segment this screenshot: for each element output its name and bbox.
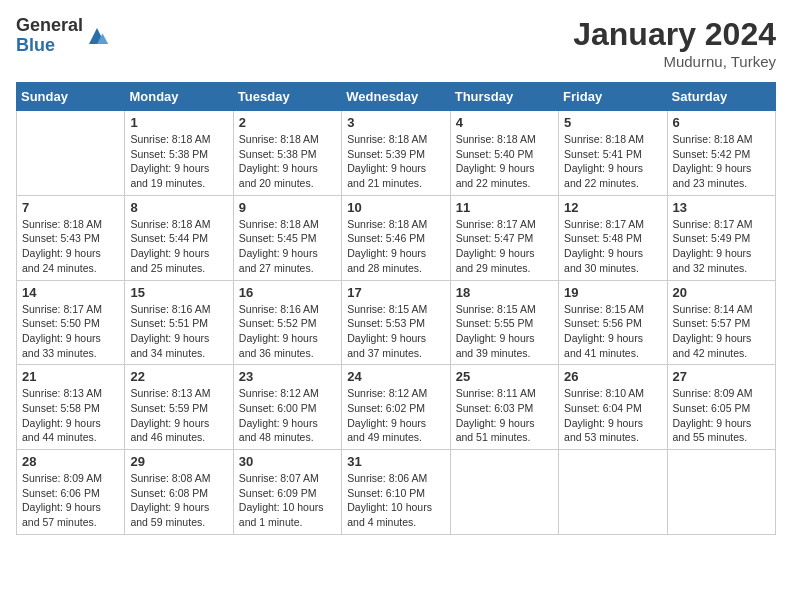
day-number: 18 <box>456 285 553 300</box>
day-number: 22 <box>130 369 227 384</box>
calendar-cell <box>667 450 775 535</box>
day-header-wednesday: Wednesday <box>342 83 450 111</box>
calendar-cell: 7Sunrise: 8:18 AM Sunset: 5:43 PM Daylig… <box>17 195 125 280</box>
calendar-cell: 6Sunrise: 8:18 AM Sunset: 5:42 PM Daylig… <box>667 111 775 196</box>
calendar-cell: 12Sunrise: 8:17 AM Sunset: 5:48 PM Dayli… <box>559 195 667 280</box>
week-row-0: 1Sunrise: 8:18 AM Sunset: 5:38 PM Daylig… <box>17 111 776 196</box>
logo-blue: Blue <box>16 36 83 56</box>
calendar-cell: 2Sunrise: 8:18 AM Sunset: 5:38 PM Daylig… <box>233 111 341 196</box>
day-number: 15 <box>130 285 227 300</box>
day-number: 26 <box>564 369 661 384</box>
calendar-cell: 5Sunrise: 8:18 AM Sunset: 5:41 PM Daylig… <box>559 111 667 196</box>
calendar-cell: 11Sunrise: 8:17 AM Sunset: 5:47 PM Dayli… <box>450 195 558 280</box>
day-number: 17 <box>347 285 444 300</box>
calendar-cell: 1Sunrise: 8:18 AM Sunset: 5:38 PM Daylig… <box>125 111 233 196</box>
logo: General Blue <box>16 16 109 56</box>
day-info: Sunrise: 8:13 AM Sunset: 5:59 PM Dayligh… <box>130 386 227 445</box>
day-header-saturday: Saturday <box>667 83 775 111</box>
day-number: 19 <box>564 285 661 300</box>
day-info: Sunrise: 8:18 AM Sunset: 5:38 PM Dayligh… <box>130 132 227 191</box>
calendar-cell: 19Sunrise: 8:15 AM Sunset: 5:56 PM Dayli… <box>559 280 667 365</box>
day-header-tuesday: Tuesday <box>233 83 341 111</box>
day-info: Sunrise: 8:12 AM Sunset: 6:00 PM Dayligh… <box>239 386 336 445</box>
calendar-cell <box>450 450 558 535</box>
day-info: Sunrise: 8:10 AM Sunset: 6:04 PM Dayligh… <box>564 386 661 445</box>
month-title: January 2024 <box>573 16 776 53</box>
day-number: 11 <box>456 200 553 215</box>
day-number: 20 <box>673 285 770 300</box>
day-info: Sunrise: 8:07 AM Sunset: 6:09 PM Dayligh… <box>239 471 336 530</box>
day-info: Sunrise: 8:15 AM Sunset: 5:55 PM Dayligh… <box>456 302 553 361</box>
day-header-friday: Friday <box>559 83 667 111</box>
day-number: 3 <box>347 115 444 130</box>
day-info: Sunrise: 8:17 AM Sunset: 5:48 PM Dayligh… <box>564 217 661 276</box>
day-info: Sunrise: 8:16 AM Sunset: 5:52 PM Dayligh… <box>239 302 336 361</box>
calendar-cell: 17Sunrise: 8:15 AM Sunset: 5:53 PM Dayli… <box>342 280 450 365</box>
day-info: Sunrise: 8:09 AM Sunset: 6:05 PM Dayligh… <box>673 386 770 445</box>
day-info: Sunrise: 8:08 AM Sunset: 6:08 PM Dayligh… <box>130 471 227 530</box>
calendar-cell: 23Sunrise: 8:12 AM Sunset: 6:00 PM Dayli… <box>233 365 341 450</box>
day-header-thursday: Thursday <box>450 83 558 111</box>
calendar-cell <box>17 111 125 196</box>
calendar-header-row: SundayMondayTuesdayWednesdayThursdayFrid… <box>17 83 776 111</box>
day-number: 6 <box>673 115 770 130</box>
calendar-cell: 31Sunrise: 8:06 AM Sunset: 6:10 PM Dayli… <box>342 450 450 535</box>
day-info: Sunrise: 8:18 AM Sunset: 5:43 PM Dayligh… <box>22 217 119 276</box>
day-info: Sunrise: 8:17 AM Sunset: 5:47 PM Dayligh… <box>456 217 553 276</box>
calendar-cell: 28Sunrise: 8:09 AM Sunset: 6:06 PM Dayli… <box>17 450 125 535</box>
week-row-1: 7Sunrise: 8:18 AM Sunset: 5:43 PM Daylig… <box>17 195 776 280</box>
calendar-cell: 15Sunrise: 8:16 AM Sunset: 5:51 PM Dayli… <box>125 280 233 365</box>
day-info: Sunrise: 8:11 AM Sunset: 6:03 PM Dayligh… <box>456 386 553 445</box>
page-header: General Blue January 2024 Mudurnu, Turke… <box>16 16 776 70</box>
logo-icon <box>85 24 109 48</box>
logo-text: General Blue <box>16 16 83 56</box>
day-header-sunday: Sunday <box>17 83 125 111</box>
day-info: Sunrise: 8:18 AM Sunset: 5:41 PM Dayligh… <box>564 132 661 191</box>
day-header-monday: Monday <box>125 83 233 111</box>
calendar-table: SundayMondayTuesdayWednesdayThursdayFrid… <box>16 82 776 535</box>
day-number: 10 <box>347 200 444 215</box>
day-number: 29 <box>130 454 227 469</box>
day-number: 2 <box>239 115 336 130</box>
day-number: 1 <box>130 115 227 130</box>
day-info: Sunrise: 8:18 AM Sunset: 5:46 PM Dayligh… <box>347 217 444 276</box>
day-info: Sunrise: 8:06 AM Sunset: 6:10 PM Dayligh… <box>347 471 444 530</box>
day-info: Sunrise: 8:15 AM Sunset: 5:53 PM Dayligh… <box>347 302 444 361</box>
day-info: Sunrise: 8:18 AM Sunset: 5:40 PM Dayligh… <box>456 132 553 191</box>
day-info: Sunrise: 8:18 AM Sunset: 5:39 PM Dayligh… <box>347 132 444 191</box>
day-info: Sunrise: 8:18 AM Sunset: 5:38 PM Dayligh… <box>239 132 336 191</box>
calendar-cell: 13Sunrise: 8:17 AM Sunset: 5:49 PM Dayli… <box>667 195 775 280</box>
day-info: Sunrise: 8:09 AM Sunset: 6:06 PM Dayligh… <box>22 471 119 530</box>
day-info: Sunrise: 8:14 AM Sunset: 5:57 PM Dayligh… <box>673 302 770 361</box>
day-info: Sunrise: 8:15 AM Sunset: 5:56 PM Dayligh… <box>564 302 661 361</box>
day-number: 23 <box>239 369 336 384</box>
day-number: 30 <box>239 454 336 469</box>
week-row-4: 28Sunrise: 8:09 AM Sunset: 6:06 PM Dayli… <box>17 450 776 535</box>
day-number: 28 <box>22 454 119 469</box>
day-number: 31 <box>347 454 444 469</box>
calendar-cell: 26Sunrise: 8:10 AM Sunset: 6:04 PM Dayli… <box>559 365 667 450</box>
calendar-cell <box>559 450 667 535</box>
week-row-3: 21Sunrise: 8:13 AM Sunset: 5:58 PM Dayli… <box>17 365 776 450</box>
day-number: 5 <box>564 115 661 130</box>
day-info: Sunrise: 8:17 AM Sunset: 5:49 PM Dayligh… <box>673 217 770 276</box>
calendar-cell: 30Sunrise: 8:07 AM Sunset: 6:09 PM Dayli… <box>233 450 341 535</box>
day-info: Sunrise: 8:16 AM Sunset: 5:51 PM Dayligh… <box>130 302 227 361</box>
day-info: Sunrise: 8:17 AM Sunset: 5:50 PM Dayligh… <box>22 302 119 361</box>
calendar-cell: 4Sunrise: 8:18 AM Sunset: 5:40 PM Daylig… <box>450 111 558 196</box>
calendar-cell: 25Sunrise: 8:11 AM Sunset: 6:03 PM Dayli… <box>450 365 558 450</box>
day-info: Sunrise: 8:12 AM Sunset: 6:02 PM Dayligh… <box>347 386 444 445</box>
day-number: 25 <box>456 369 553 384</box>
calendar-cell: 24Sunrise: 8:12 AM Sunset: 6:02 PM Dayli… <box>342 365 450 450</box>
day-number: 4 <box>456 115 553 130</box>
day-number: 14 <box>22 285 119 300</box>
day-number: 7 <box>22 200 119 215</box>
calendar-cell: 18Sunrise: 8:15 AM Sunset: 5:55 PM Dayli… <box>450 280 558 365</box>
day-number: 12 <box>564 200 661 215</box>
day-info: Sunrise: 8:18 AM Sunset: 5:45 PM Dayligh… <box>239 217 336 276</box>
calendar-cell: 20Sunrise: 8:14 AM Sunset: 5:57 PM Dayli… <box>667 280 775 365</box>
location: Mudurnu, Turkey <box>573 53 776 70</box>
calendar-cell: 16Sunrise: 8:16 AM Sunset: 5:52 PM Dayli… <box>233 280 341 365</box>
day-number: 21 <box>22 369 119 384</box>
day-info: Sunrise: 8:13 AM Sunset: 5:58 PM Dayligh… <box>22 386 119 445</box>
